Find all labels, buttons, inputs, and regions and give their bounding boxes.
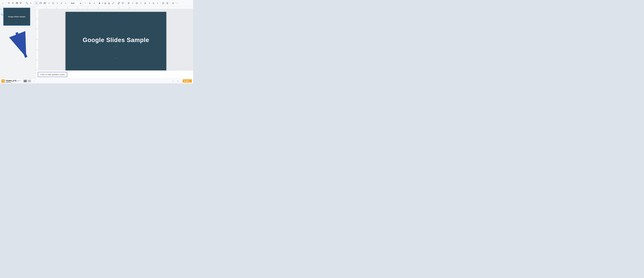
numbered-list-button[interactable]: 1.2.3.	[152, 1, 156, 5]
template-logo: T TEMPLATE.NET	[2, 79, 21, 83]
svg-text:2: 2	[36, 28, 37, 30]
svg-text:8: 8	[119, 7, 119, 8]
line-button[interactable]	[60, 1, 63, 5]
scroll-indicator: ⋯	[115, 57, 117, 59]
line-arrow-button[interactable]: ▼	[64, 1, 68, 5]
clear-format-button[interactable]	[171, 1, 175, 5]
logo-ext: .NET	[16, 80, 21, 82]
separator-6	[97, 2, 97, 4]
slide-number: 1	[0, 8, 2, 10]
prev-page-button[interactable]: ○	[171, 79, 175, 83]
shape-arrow-button[interactable]: ▼	[55, 1, 59, 5]
image-button[interactable]	[43, 1, 47, 5]
slide-main-title: Google Slides Sample	[83, 36, 149, 43]
highlight-button[interactable]	[111, 1, 115, 5]
next-page-button[interactable]: +	[176, 79, 180, 83]
svg-text:9: 9	[129, 7, 130, 8]
slide-thumbnail-dots: ···	[16, 22, 18, 23]
print-button[interactable]	[15, 1, 19, 5]
underline-button[interactable]: U	[104, 1, 107, 5]
bottom-left: T TEMPLATE.NET ‹	[2, 79, 36, 83]
svg-text:1: 1	[36, 18, 37, 19]
svg-rect-45	[36, 6, 193, 9]
svg-rect-78	[26, 80, 26, 81]
svg-text:6: 6	[36, 70, 37, 70]
separator-1	[6, 2, 6, 4]
editor-content: 1 2 3 4 5 6	[36, 9, 193, 70]
align-arrow-button[interactable]: ▼	[131, 1, 135, 5]
ruler-horizontal: 1 2 3 4 5 6 7 8 9	[36, 6, 193, 9]
textbox-button[interactable]	[39, 1, 43, 5]
zoom-button[interactable]: 🔍	[25, 1, 29, 5]
zoom-arrow-button[interactable]: ▼	[29, 1, 33, 5]
svg-text:5: 5	[88, 7, 88, 8]
main-area: 1 📎 Google Slides Sample ···	[0, 6, 193, 78]
slide-main[interactable]: Google Slides Sample ···	[66, 12, 166, 70]
toolbar: + ↺ ↻ 🔍 ▼ ↖ ▼ ▼ ▼ Arial − + B I U	[0, 0, 193, 6]
speaker-notes-input[interactable]: Click to add speaker notes	[38, 72, 67, 77]
separator-5	[82, 2, 83, 4]
slide-main-dots: ···	[114, 45, 118, 48]
svg-text:3: 3	[67, 7, 68, 8]
svg-point-11	[52, 2, 54, 4]
panel-collapse-button[interactable]: ‹	[32, 79, 36, 83]
svg-text:2: 2	[56, 7, 57, 8]
svg-text:1: 1	[46, 7, 47, 8]
align-button[interactable]	[127, 1, 130, 5]
font-size-input[interactable]	[88, 1, 92, 5]
font-size-plus-button[interactable]: +	[92, 1, 96, 5]
ruler-vertical: 1 2 3 4 5 6	[36, 9, 39, 70]
view-list-button[interactable]	[28, 80, 31, 82]
svg-text:3.: 3.	[152, 3, 153, 4]
undo-button[interactable]: ↺	[7, 1, 11, 5]
view-grid-button[interactable]	[24, 80, 27, 82]
canvas-area[interactable]: Google Slides Sample ··· ⋯	[39, 9, 193, 70]
svg-line-12	[60, 2, 62, 4]
font-size-minus-button[interactable]: −	[84, 1, 87, 5]
numbered-arrow-button[interactable]: ▼	[156, 1, 160, 5]
svg-text:6: 6	[98, 7, 99, 8]
speaker-notes-area[interactable]: Click to add speaker notes	[36, 70, 193, 78]
slide-thumbnail-title: Google Slides Sample	[8, 16, 26, 17]
svg-rect-77	[24, 80, 25, 81]
svg-rect-3	[20, 2, 21, 3]
bold-button[interactable]: B	[98, 1, 101, 5]
comment-button[interactable]	[121, 1, 125, 5]
italic-button[interactable]: I	[101, 1, 104, 5]
line-spacing-arrow-button[interactable]: ▼	[139, 1, 143, 5]
shape-button[interactable]	[51, 1, 55, 5]
svg-text:5: 5	[36, 59, 37, 61]
bullet-list-button[interactable]	[143, 1, 147, 5]
bullet-arrow-button[interactable]: ▼	[147, 1, 151, 5]
svg-rect-15	[122, 2, 124, 3]
explore-button[interactable]: Explo...	[183, 79, 192, 83]
separator-4	[68, 2, 68, 4]
svg-line-44	[16, 32, 26, 57]
add-button[interactable]: +	[1, 1, 5, 5]
svg-line-14	[112, 4, 112, 4]
svg-rect-80	[26, 81, 26, 82]
slide-thumbnail[interactable]: Google Slides Sample ···	[3, 8, 30, 26]
indent-less-button[interactable]	[161, 1, 165, 5]
indent-more-button[interactable]	[166, 1, 169, 5]
logo-t-icon: T	[2, 79, 5, 83]
cursor-button[interactable]: ↖	[35, 1, 38, 5]
image-arrow-button[interactable]: ▼	[47, 1, 51, 5]
svg-text:3: 3	[36, 39, 37, 40]
view-buttons-left	[24, 80, 31, 82]
separator-9	[160, 2, 160, 4]
text-color-button[interactable]: A	[107, 1, 111, 5]
svg-point-24	[144, 3, 144, 3]
more-button[interactable]: ⋯	[175, 1, 179, 5]
line-spacing-button[interactable]	[135, 1, 139, 5]
redo-button[interactable]: ↻	[11, 1, 15, 5]
separator-2	[24, 2, 24, 4]
format-paint-button[interactable]	[19, 1, 23, 5]
bottom-right: ○ + Explo...	[171, 79, 192, 83]
font-selector[interactable]: Arial	[69, 1, 82, 5]
attachment-icon: 📎	[0, 13, 3, 16]
slide-panel: 1 📎 Google Slides Sample ···	[0, 6, 36, 78]
link-button[interactable]	[117, 1, 121, 5]
svg-rect-81	[28, 80, 30, 82]
svg-text:7: 7	[108, 7, 109, 8]
